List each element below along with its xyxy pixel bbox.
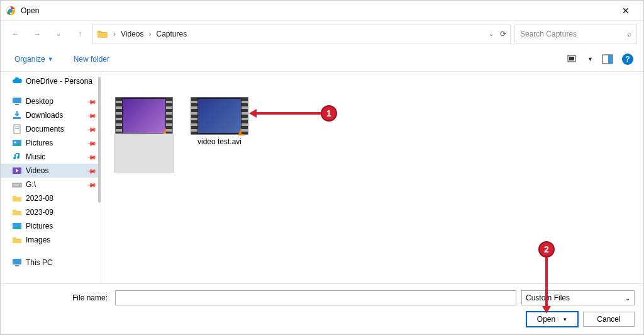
chevron-down-icon: ⌄ <box>625 295 630 302</box>
folder-icon <box>12 207 22 217</box>
svg-point-16 <box>19 185 20 186</box>
sidebar-item-downloads[interactable]: Downloads 📌 <box>1 108 101 122</box>
sidebar-item-label: 2023-09 <box>26 208 53 217</box>
svg-rect-8 <box>13 117 21 119</box>
nav-back[interactable]: ← <box>7 25 25 43</box>
cancel-label: Cancel <box>597 315 620 324</box>
sidebar-item-label: Downloads <box>26 111 63 120</box>
chevron-down-icon[interactable]: ⌄ <box>489 30 494 37</box>
sidebar-item-documents[interactable]: Documents 📌 <box>1 122 101 136</box>
view-mode-button[interactable] <box>567 54 579 65</box>
file-item-video-test[interactable]: video test.avi <box>189 97 250 147</box>
scrollbar-thumb[interactable] <box>98 77 101 203</box>
svg-rect-19 <box>15 265 19 266</box>
svg-rect-11 <box>15 128 19 129</box>
pin-icon: 📌 <box>87 96 97 106</box>
open-button[interactable]: Open ▼ <box>526 312 578 327</box>
chevron-down-icon: ▼ <box>48 56 53 62</box>
command-bar: Organize ▼ New folder ▼ ? <box>1 47 643 72</box>
sidebar-item-images[interactable]: Images <box>1 233 101 247</box>
svg-rect-18 <box>13 259 21 264</box>
preview-pane-button[interactable] <box>602 54 613 65</box>
folder-icon <box>97 28 108 40</box>
pin-icon: 📌 <box>87 166 97 176</box>
chevron-right-icon: › <box>147 30 152 38</box>
videos-icon <box>12 166 22 176</box>
sidebar-item-videos[interactable]: Videos 📌 <box>1 164 101 178</box>
pictures-icon <box>12 138 22 148</box>
new-folder-label: New folder <box>74 55 109 64</box>
sidebar-item-folder-2023-08[interactable]: 2023-08 <box>1 191 101 205</box>
help-icon[interactable]: ? <box>622 54 633 65</box>
svg-rect-5 <box>608 55 613 64</box>
sidebar: OneDrive - Persona Desktop 📌 Downloads 📌… <box>1 72 101 293</box>
pin-icon: 📌 <box>87 179 97 190</box>
sidebar-item-desktop[interactable]: Desktop 📌 <box>1 94 101 108</box>
pin-icon: 📌 <box>87 124 97 134</box>
desktop-icon <box>12 96 22 106</box>
nav-forward: → <box>28 25 46 43</box>
documents-icon <box>12 124 22 134</box>
address-bar[interactable]: › Videos › Captures ⌄ ⟳ <box>92 25 511 43</box>
sidebar-item-label: G:\ <box>26 180 36 189</box>
sidebar-item-label: Videos <box>26 166 48 175</box>
sidebar-item-folder-2023-09[interactable]: 2023-09 <box>1 205 101 219</box>
sidebar-item-music[interactable]: Music 📌 <box>1 150 101 164</box>
organize-button[interactable]: Organize ▼ <box>11 52 57 66</box>
svg-rect-10 <box>15 127 19 127</box>
folder-icon <box>12 193 22 203</box>
pin-icon: 📌 <box>87 152 97 162</box>
breadcrumb-captures[interactable]: Captures <box>156 30 187 38</box>
sidebar-item-drive-g[interactable]: G:\ 📌 <box>1 178 101 191</box>
pin-icon: 📌 <box>87 138 97 148</box>
chrome-icon <box>6 6 16 16</box>
close-button[interactable]: ✕ <box>613 6 638 16</box>
sidebar-item-label: Desktop <box>26 97 53 106</box>
chevron-right-icon: › <box>112 30 117 38</box>
annotation-arrow-2 <box>545 258 548 312</box>
sidebar-item-label: This PC <box>26 258 53 267</box>
downloads-icon <box>12 110 22 120</box>
filetype-select[interactable]: Custom Files ⌄ <box>521 290 635 305</box>
annotation-badge-1: 1 <box>321 105 337 122</box>
refresh-icon[interactable]: ⟳ <box>500 30 506 38</box>
file-caption: video test.avi <box>197 137 242 147</box>
sidebar-item-onedrive[interactable]: OneDrive - Persona <box>1 74 101 88</box>
svg-rect-3 <box>569 57 574 60</box>
nav-recent-chevron-icon[interactable]: ⌄ <box>50 25 67 43</box>
monitor-icon <box>12 258 22 268</box>
organize-label: Organize <box>14 55 45 64</box>
sidebar-item-label: OneDrive - Persona <box>26 77 92 86</box>
filename-input[interactable] <box>115 290 516 305</box>
file-pane[interactable]: video test.avi <box>101 72 643 293</box>
cloud-icon <box>12 76 22 86</box>
sidebar-item-label: 2023-08 <box>26 194 53 203</box>
file-item-selected[interactable] <box>114 97 174 147</box>
svg-point-13 <box>14 142 16 144</box>
split-chevron-icon[interactable]: ▼ <box>558 317 567 322</box>
navbar: ← → ⌄ ↑ › Videos › Captures ⌄ ⟳ Search C… <box>1 21 643 47</box>
search-icon: ⌕ <box>627 30 631 38</box>
breadcrumb-videos[interactable]: Videos <box>121 30 143 38</box>
sidebar-item-pictures[interactable]: Pictures 📌 <box>1 136 101 150</box>
window-title: Open <box>21 6 39 15</box>
nav-up[interactable]: ↑ <box>71 25 89 43</box>
annotation-arrow-1 <box>251 112 321 115</box>
cancel-button[interactable]: Cancel <box>583 312 635 327</box>
video-thumbnail-icon <box>115 97 173 135</box>
titlebar: Open ✕ <box>1 1 643 21</box>
music-icon <box>12 152 22 162</box>
svg-rect-6 <box>13 98 21 103</box>
chevron-down-icon[interactable]: ▼ <box>587 56 593 62</box>
pin-icon: 📌 <box>87 110 97 120</box>
sidebar-item-pictures-2[interactable]: Pictures <box>1 219 101 233</box>
sidebar-item-this-pc[interactable]: This PC <box>1 256 101 270</box>
new-folder-button[interactable]: New folder <box>70 52 113 66</box>
video-thumbnail-icon <box>191 97 248 135</box>
drive-icon <box>12 179 22 190</box>
search-input[interactable]: Search Captures ⌕ <box>514 25 637 43</box>
sidebar-item-label: Images <box>26 236 50 244</box>
pictures-icon <box>12 221 22 231</box>
sidebar-item-label: Pictures <box>26 222 53 230</box>
svg-rect-7 <box>15 104 19 105</box>
